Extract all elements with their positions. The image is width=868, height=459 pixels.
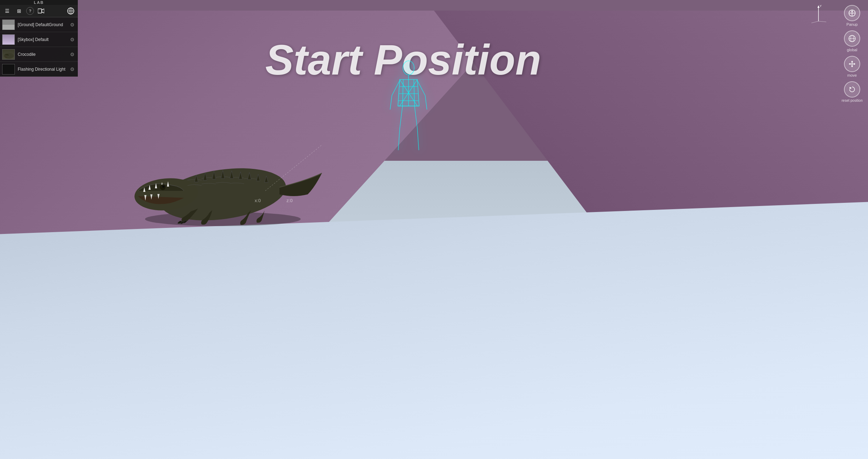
scene-item-flashing-light[interactable]: Flashing Directional Light ⚙: [0, 62, 78, 77]
video-button[interactable]: [36, 6, 46, 16]
scene-settings-ground[interactable]: ⚙: [69, 21, 76, 28]
app-title: LAB: [34, 0, 44, 5]
toolbar-title-bar: LAB: [0, 0, 78, 5]
scene-item-crocodile[interactable]: Crocodile ⚙: [0, 47, 78, 62]
global-button[interactable]: global: [840, 29, 864, 53]
svg-point-51: [4, 53, 14, 59]
help-button[interactable]: ?: [26, 7, 34, 15]
humanoid-figure: [389, 60, 428, 152]
svg-text:Y: Y: [820, 4, 822, 8]
right-controls: Panup global move: [836, 0, 868, 107]
svg-line-11: [417, 81, 425, 95]
reset-position-button[interactable]: reset position: [840, 80, 864, 104]
svg-line-10: [390, 95, 392, 110]
crocodile-model: [117, 117, 329, 230]
svg-marker-68: [849, 63, 850, 65]
svg-line-9: [392, 81, 400, 95]
globe-icon: [67, 7, 75, 15]
svg-rect-45: [38, 9, 42, 13]
svg-line-16: [415, 106, 417, 129]
pan-up-button[interactable]: Panup: [840, 4, 864, 28]
svg-line-56: [818, 21, 826, 22]
svg-marker-60: [851, 10, 853, 12]
move-label: move: [847, 73, 857, 77]
scene-label-ground: [Ground] DefaultGround: [18, 22, 69, 27]
scene-settings-croc[interactable]: ⚙: [69, 51, 76, 58]
scene-label-flashing-light: Flashing Directional Light: [18, 67, 69, 72]
menu-button[interactable]: ☰: [2, 6, 12, 16]
crocodile-svg: [117, 117, 329, 230]
svg-line-12: [425, 95, 427, 110]
svg-line-15: [398, 129, 400, 150]
scene-settings-light[interactable]: ⚙: [69, 66, 76, 73]
axis-gizmo: Y: [808, 4, 829, 26]
scene-thumb-croc: [2, 49, 15, 60]
scene-settings-skybox[interactable]: ⚙: [69, 36, 76, 43]
svg-line-55: [811, 21, 818, 23]
svg-line-17: [417, 129, 419, 150]
scene-item-skybox[interactable]: [Skybox] Default ⚙: [0, 32, 78, 47]
svg-marker-67: [851, 66, 853, 67]
pan-label: Panup: [846, 22, 858, 27]
svg-marker-46: [42, 9, 44, 13]
scene-label-skybox: [Skybox] Default: [18, 37, 69, 42]
reset-label: reset position: [841, 99, 862, 102]
display-button[interactable]: ⊞: [14, 6, 24, 16]
scene-label-croc: Crocodile: [18, 52, 69, 57]
svg-marker-69: [854, 63, 855, 65]
svg-marker-70: [850, 87, 852, 89]
scene-item-ground[interactable]: [Ground] DefaultGround ⚙: [0, 17, 78, 32]
scene-thumb-skybox: [2, 34, 15, 45]
globe-button[interactable]: [66, 6, 76, 16]
scene-list-panel: [Ground] DefaultGround ⚙ [Skybox] Defaul…: [0, 17, 78, 77]
svg-marker-66: [851, 61, 853, 62]
scene-thumb-light: [2, 64, 15, 75]
svg-point-34: [162, 186, 164, 188]
move-button[interactable]: move: [840, 54, 864, 78]
axis-gizmo-svg: Y: [808, 4, 829, 25]
move-icon: [844, 56, 860, 72]
toolbar: ☰ ⊞ ?: [0, 5, 78, 17]
coord-x-label: x:0: [255, 198, 261, 203]
humanoid-svg: [389, 60, 428, 152]
video-icon: [38, 8, 44, 13]
svg-line-14: [400, 106, 403, 129]
global-icon: [844, 30, 860, 47]
global-label: global: [847, 48, 857, 52]
scene-thumb-ground: [2, 19, 15, 30]
pan-up-icon: [844, 5, 860, 21]
reset-icon: [844, 81, 860, 98]
coord-z-label: z:0: [287, 198, 293, 203]
